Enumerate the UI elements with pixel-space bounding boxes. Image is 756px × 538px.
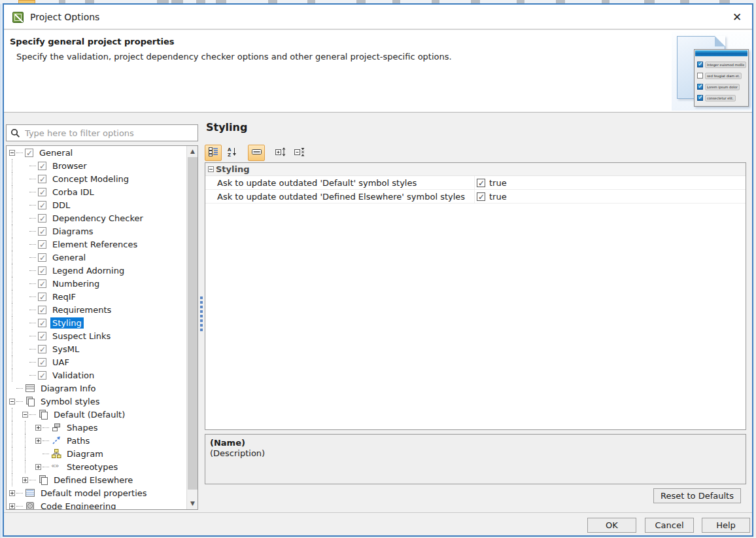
collapse-icon[interactable] <box>9 399 15 404</box>
scroll-up-icon[interactable]: ▲ <box>187 146 198 157</box>
tree-item-general[interactable]: General <box>7 146 198 159</box>
tree-item-numbering[interactable]: Numbering <box>7 277 198 290</box>
property-group-header[interactable]: Styling <box>205 163 746 176</box>
tree-item-concept-modeling[interactable]: Concept Modeling <box>7 172 198 185</box>
tree-item-label[interactable]: UAF <box>50 357 71 368</box>
tree-item-label[interactable]: Code Engineering <box>39 501 118 511</box>
help-button[interactable]: Help <box>702 518 750 533</box>
tree-checkbox-checked[interactable] <box>38 253 46 262</box>
tree-checkbox-checked[interactable] <box>38 266 46 275</box>
categorized-view-button[interactable] <box>205 145 222 161</box>
reset-to-defaults-button[interactable]: Reset to Defaults <box>653 488 741 503</box>
tree-item-symbol-styles[interactable]: Symbol styles <box>7 395 198 408</box>
tree-item-label[interactable]: Validation <box>50 370 96 381</box>
expand-icon[interactable] <box>35 438 41 444</box>
tree-item-label[interactable]: Browser <box>50 160 89 171</box>
tree-checkbox-checked[interactable] <box>38 227 46 236</box>
ok-button[interactable]: OK <box>587 518 636 533</box>
tree-item-label[interactable]: Diagram <box>65 448 105 459</box>
tree-checkbox-checked[interactable] <box>38 279 46 288</box>
expand-icon[interactable] <box>22 477 28 483</box>
tree-item-label[interactable]: Suspect Links <box>50 331 112 342</box>
collapse-all-button[interactable] <box>291 145 308 161</box>
tree-item-label[interactable]: Default (Default) <box>52 409 127 420</box>
show-description-button[interactable] <box>248 145 265 161</box>
value-checkbox-checked[interactable] <box>477 179 485 187</box>
tree-checkbox-checked[interactable] <box>38 319 46 327</box>
expand-all-button[interactable] <box>272 145 289 161</box>
tree-item-diagram[interactable]: Diagram <box>7 447 198 460</box>
tree-item-label[interactable]: Diagrams <box>50 226 95 237</box>
tree-item-label[interactable]: Concept Modeling <box>50 173 131 185</box>
tree-item-label[interactable]: General <box>37 147 75 158</box>
tree-item-label[interactable]: Corba IDL <box>50 187 96 198</box>
tree-item-default-model-properties[interactable]: Default model properties <box>7 486 198 499</box>
tree-item-label[interactable]: Element References <box>50 239 139 250</box>
property-row[interactable]: Ask to update outdated 'Defined Elsewher… <box>205 190 746 204</box>
tree-item-label[interactable]: Dependency Checker <box>50 213 145 224</box>
tree-item-label[interactable]: Symbol styles <box>39 396 102 407</box>
tree-checkbox-checked[interactable] <box>38 358 46 367</box>
tree-item-default-default[interactable]: Default (Default) <box>7 408 198 421</box>
tree-item-label[interactable]: Defined Elsewhere <box>52 475 135 486</box>
expand-icon[interactable] <box>35 425 41 431</box>
tree-item-requirements[interactable]: Requirements <box>7 303 198 316</box>
tree-item-label[interactable]: SysML <box>50 344 81 355</box>
tree-item-sysml[interactable]: SysML <box>7 342 198 355</box>
tree-checkbox-checked[interactable] <box>38 332 46 340</box>
tree-item-label[interactable]: ReqIF <box>50 291 78 302</box>
tree-item-element-references[interactable]: Element References <box>7 238 198 251</box>
tree-item-label[interactable]: Shapes <box>65 422 99 433</box>
tree-item-defined-elsewhere[interactable]: Defined Elsewhere <box>7 473 198 486</box>
tree-item-ddl[interactable]: DDL <box>7 198 198 211</box>
tree-checkbox-checked[interactable] <box>38 201 46 209</box>
tree-item-uaf[interactable]: UAF <box>7 355 198 368</box>
tree-item-validation[interactable]: Validation <box>7 368 198 382</box>
value-checkbox-checked[interactable] <box>477 192 485 201</box>
scroll-down-icon[interactable]: ▼ <box>187 498 198 509</box>
tree-item-corba-idl[interactable]: Corba IDL <box>7 185 198 198</box>
tree-checkbox-checked[interactable] <box>38 240 46 249</box>
tree-checkbox-checked[interactable] <box>38 306 46 314</box>
search-input[interactable] <box>25 126 195 140</box>
tree-item-dependency-checker[interactable]: Dependency Checker <box>7 211 198 224</box>
tree-item-styling[interactable]: Styling <box>7 316 198 329</box>
splitter-handle[interactable] <box>199 295 203 336</box>
property-value-cell[interactable]: true <box>475 178 507 188</box>
tree-item-legend-adorning[interactable]: Legend Adorning <box>7 264 198 277</box>
tree-item-reqif[interactable]: ReqIF <box>7 290 198 303</box>
tree-checkbox-checked[interactable] <box>38 175 46 183</box>
property-row[interactable]: Ask to update outdated 'Default' symbol … <box>205 176 746 190</box>
tree-checkbox-checked[interactable] <box>38 345 46 353</box>
sort-alphabetically-button[interactable]: AZ <box>224 145 241 161</box>
tree-item-label[interactable]: DDL <box>50 200 72 211</box>
collapse-icon[interactable] <box>22 412 28 418</box>
tree-item-label[interactable]: Paths <box>65 435 92 446</box>
expand-icon[interactable] <box>35 464 41 470</box>
tree-checkbox-checked[interactable] <box>25 149 33 157</box>
expand-icon[interactable] <box>9 503 15 509</box>
collapse-icon[interactable] <box>9 150 15 156</box>
tree-checkbox-checked[interactable] <box>38 293 46 301</box>
tree-item-label[interactable]: Default model properties <box>39 488 149 499</box>
tree-item-label[interactable]: Diagram Info <box>39 383 98 394</box>
tree-item-code-engineering[interactable]: Code Engineering <box>7 499 198 510</box>
close-icon[interactable]: ✕ <box>730 10 744 24</box>
tree-checkbox-checked[interactable] <box>38 371 46 380</box>
tree-item-suspect-links[interactable]: Suspect Links <box>7 329 198 342</box>
tree-item-diagram-info[interactable]: Diagram Info <box>7 382 198 395</box>
tree-item-label[interactable]: General <box>50 252 88 263</box>
tree-item-browser[interactable]: Browser <box>7 159 198 172</box>
tree-item-paths[interactable]: Paths <box>7 434 198 447</box>
tree-item-diagrams[interactable]: Diagrams <box>7 224 198 238</box>
tree-item-general[interactable]: General <box>7 251 198 264</box>
tree-item-label[interactable]: Styling <box>50 317 84 329</box>
tree-item-shapes[interactable]: Shapes <box>7 421 198 434</box>
scrollbar-thumb[interactable] <box>188 157 198 490</box>
property-value-cell[interactable]: true <box>475 192 507 202</box>
collapse-group-icon[interactable] <box>208 166 214 172</box>
tree-item-stereotypes[interactable]: «»Stereotypes <box>7 460 198 473</box>
tree-item-label[interactable]: Legend Adorning <box>50 265 126 276</box>
tree-checkbox-checked[interactable] <box>38 214 46 223</box>
tree-scrollbar[interactable]: ▲ ▼ <box>186 146 198 509</box>
